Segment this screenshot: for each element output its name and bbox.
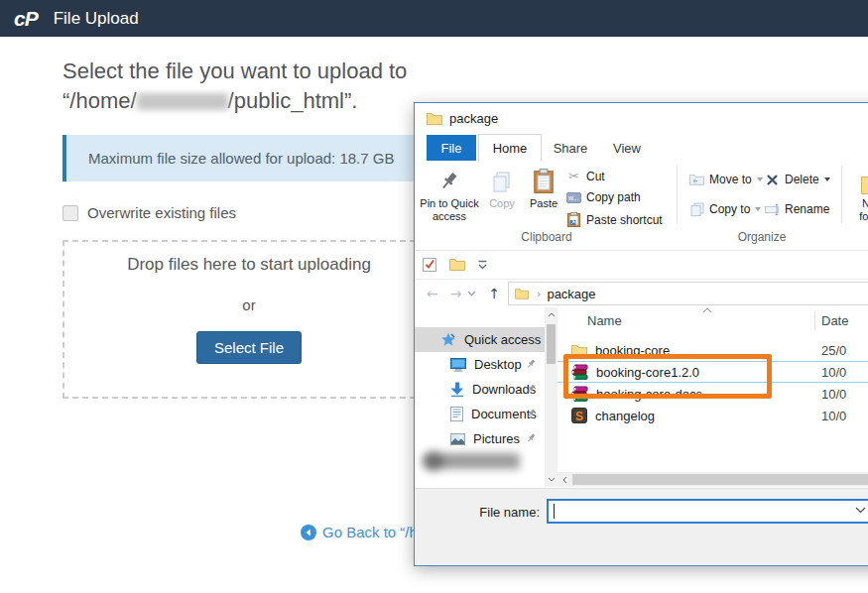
- copy-path-label: Copy path: [586, 190, 641, 204]
- paste-shortcut-icon: [565, 212, 582, 227]
- dropzone[interactable]: Drop files here to start uploading or Se…: [62, 240, 435, 399]
- heading-line2: “/home//public_html”.: [62, 86, 407, 116]
- column-header-date[interactable]: Date: [821, 313, 848, 328]
- explorer-titlebar[interactable]: package: [415, 103, 868, 133]
- scroll-down-icon[interactable]: [545, 472, 558, 487]
- nav-up-icon[interactable]: ↑: [488, 286, 500, 301]
- desktop-label: Desktop: [474, 357, 522, 372]
- scroll-left-icon[interactable]: [558, 472, 572, 487]
- pin-icon: [526, 384, 537, 395]
- new-folder-icon: [861, 175, 868, 194]
- nav-forward-icon[interactable]: →: [450, 286, 462, 301]
- copy-label: Copy: [484, 197, 520, 210]
- new-folder-button[interactable]: New folder: [849, 165, 868, 223]
- window-title: package: [449, 111, 498, 126]
- qat-customize-icon[interactable]: [477, 260, 488, 270]
- dropzone-or: or: [64, 296, 434, 313]
- go-back-link[interactable]: Go Back to “/hc: [301, 524, 425, 540]
- rename-icon: [764, 204, 781, 215]
- file-name-input[interactable]: [553, 503, 834, 522]
- redacted-username: [137, 93, 228, 110]
- copy-to-label: Copy to: [709, 202, 750, 216]
- pictures-label: Pictures: [473, 431, 520, 446]
- sidebar-item-desktop[interactable]: Desktop: [415, 352, 545, 377]
- file-name-combobox[interactable]: [547, 499, 868, 524]
- delete-caret-icon: [824, 178, 830, 181]
- new-folder-label: New folder: [849, 197, 868, 223]
- overwrite-row: Overwrite existing files: [62, 204, 236, 221]
- select-file-button[interactable]: Select File: [196, 331, 302, 364]
- cpanel-header: cP File Upload: [0, 0, 868, 37]
- pin-icon: [526, 409, 537, 419]
- heading-path-prefix: “/home/: [62, 88, 137, 113]
- rename-button[interactable]: Rename: [764, 202, 829, 216]
- qat-folder-icon[interactable]: [449, 258, 465, 271]
- file-name: changelog: [595, 409, 655, 423]
- redacted-sidebar-item: [425, 453, 520, 469]
- file-date: 10/0: [821, 365, 846, 380]
- file-explorer-dialog: package File Home Share View Pin to Quic…: [414, 102, 868, 566]
- pin-icon: [526, 359, 537, 370]
- breadcrumb-folder[interactable]: package: [547, 287, 595, 301]
- cpanel-logo-icon: cP: [14, 7, 38, 31]
- move-to-label: Move to: [709, 173, 752, 186]
- nav-back-icon[interactable]: ←: [427, 286, 438, 301]
- overwrite-checkbox[interactable]: [62, 205, 78, 221]
- scrollbar-thumb[interactable]: [572, 474, 868, 485]
- move-to-button[interactable]: Move to: [688, 173, 763, 186]
- overwrite-label: Overwrite existing files: [87, 204, 236, 221]
- file-list-header: Name Date: [558, 307, 868, 333]
- file-date: 10/0: [821, 387, 846, 402]
- copy-to-button[interactable]: Copy to: [688, 202, 761, 216]
- ribbon-tabbar: File Home Share View: [415, 133, 868, 162]
- combobox-chevron-icon[interactable]: [855, 507, 866, 514]
- nav-history-chevron-icon[interactable]: [467, 291, 476, 296]
- folder-icon: [427, 112, 442, 125]
- tab-view[interactable]: View: [601, 135, 653, 161]
- paste-shortcut-button[interactable]: Paste shortcut: [565, 212, 663, 227]
- paste-button[interactable]: Paste: [522, 165, 565, 210]
- quick-access-toolbar: [415, 250, 868, 280]
- sidebar-item-downloads[interactable]: Downloads: [415, 377, 545, 402]
- pin-to-quick-access-button[interactable]: Pin to Quick access: [419, 165, 480, 223]
- delete-button[interactable]: Delete: [764, 173, 830, 186]
- tab-file[interactable]: File: [427, 135, 476, 161]
- navigation-pane: Quick access Desktop Downloads Documents: [415, 307, 545, 488]
- properties-check-icon[interactable]: [423, 257, 437, 273]
- scroll-up-icon[interactable]: [545, 307, 558, 322]
- delete-label: Delete: [785, 173, 819, 186]
- page-title: File Upload: [54, 9, 139, 29]
- copy-to-icon: [688, 202, 705, 216]
- sidebar-item-quick-access[interactable]: Quick access: [415, 327, 545, 352]
- breadcrumb-chevron-icon: ›: [537, 288, 541, 300]
- cut-button[interactable]: ✂ Cut: [565, 169, 605, 183]
- tab-home[interactable]: Home: [478, 134, 542, 162]
- quick-access-star-icon: [440, 332, 456, 347]
- organize-group-label: Organize: [686, 230, 837, 244]
- cut-label: Cut: [586, 170, 605, 183]
- horizontal-scrollbar[interactable]: [558, 472, 868, 487]
- pictures-icon: [450, 433, 465, 445]
- column-header-name[interactable]: Name: [587, 313, 622, 328]
- delete-x-icon: [764, 174, 781, 186]
- ribbon-separator: [841, 166, 842, 223]
- column-separator[interactable]: [814, 310, 815, 330]
- heading-path-suffix: /public_html”.: [228, 88, 358, 113]
- copy-path-button[interactable]: w... Copy path: [565, 190, 641, 204]
- pin-label: Pin to Quick access: [419, 197, 480, 223]
- address-bar[interactable]: › package: [508, 282, 868, 305]
- file-name-label: File name:: [454, 505, 540, 520]
- downloads-icon: [450, 382, 464, 397]
- go-back-label: Go Back to “/hc: [322, 524, 425, 540]
- sidebar-scrollbar[interactable]: [545, 307, 558, 487]
- sidebar-item-pictures[interactable]: Pictures: [415, 426, 545, 451]
- sidebar-item-documents[interactable]: Documents: [415, 402, 545, 426]
- heading-line1: Select the file you want to upload to: [62, 57, 407, 86]
- tab-share[interactable]: Share: [542, 135, 599, 161]
- copy-button[interactable]: Copy: [484, 165, 520, 210]
- back-arrow-icon: [301, 525, 316, 540]
- pushpin-icon: [438, 171, 460, 194]
- file-row-changelog[interactable]: S changelog 10/0: [558, 405, 868, 426]
- scrollbar-thumb[interactable]: [547, 324, 556, 364]
- ribbon: Pin to Quick access Copy Paste ✂ Cut w..…: [415, 161, 868, 251]
